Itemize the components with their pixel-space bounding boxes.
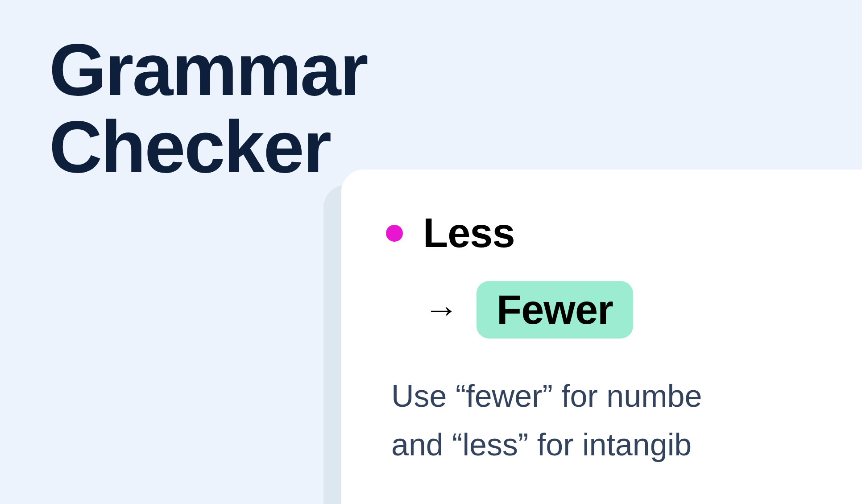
title-line-2: Checker	[49, 106, 330, 188]
issue-dot-icon	[386, 225, 403, 242]
suggested-word-button[interactable]: Fewer	[477, 281, 633, 339]
original-word: Less	[423, 210, 515, 256]
page-title: Grammar Checker	[49, 31, 367, 186]
arrow-right-icon: →	[424, 289, 459, 330]
explanation-line-2: and “less” for intangib	[391, 427, 692, 462]
suggestion-row: → Fewer	[424, 281, 862, 339]
suggestion-card: Less → Fewer Use “fewer” for numbe and “…	[341, 169, 862, 504]
explanation-line-1: Use “fewer” for numbe	[391, 379, 702, 413]
title-line-1: Grammar	[49, 29, 367, 111]
original-word-row: Less	[386, 210, 862, 256]
explanation-text: Use “fewer” for numbe and “less” for int…	[391, 372, 862, 469]
